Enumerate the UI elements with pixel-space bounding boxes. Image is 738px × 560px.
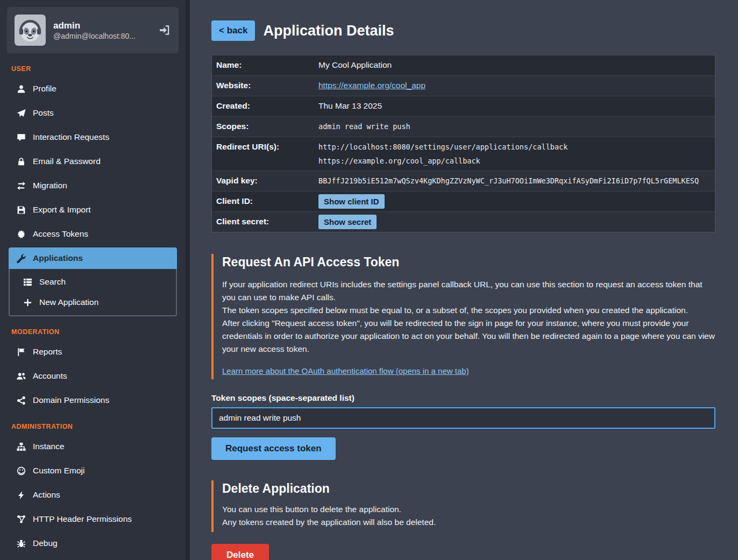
- row-label: Client ID:: [212, 192, 314, 211]
- row-label: Website:: [212, 76, 314, 96]
- table-row-name: Name: My Cool Application: [212, 55, 715, 76]
- sidebar-item-debug[interactable]: Debug: [9, 533, 177, 554]
- main-panel: < back Application Details Name: My Cool…: [186, 0, 738, 560]
- sidebar-item-label: Accounts: [33, 371, 67, 381]
- back-button[interactable]: < back: [211, 20, 255, 41]
- section-label-administration: ADMINISTRATION: [11, 423, 186, 430]
- certificate-icon: [16, 230, 26, 239]
- table-row-scopes: Scopes: admin read write push: [212, 117, 715, 137]
- sidebar-item-posts[interactable]: Posts: [9, 102, 177, 124]
- sidebar-item-custom-emoji[interactable]: Custom Emoji: [9, 460, 177, 481]
- application-details-table: Name: My Cool Application Website: https…: [211, 55, 715, 232]
- sidebar-item-access-tokens[interactable]: Access Tokens: [9, 223, 177, 245]
- sign-out-icon[interactable]: [159, 25, 170, 36]
- application-name: My Cool Application: [314, 55, 715, 75]
- share-nodes-icon: [16, 396, 26, 405]
- sidebar-item-label: Posts: [33, 108, 54, 118]
- row-label: Scopes:: [212, 117, 314, 137]
- row-label: Created:: [212, 96, 314, 116]
- delete-section-paragraph: Any tokens created by the application wi…: [222, 516, 715, 529]
- sidebar-item-interaction-requests[interactable]: Interaction Requests: [9, 126, 177, 148]
- request-access-token-button[interactable]: Request access token: [211, 437, 336, 460]
- sidebar-item-export-import[interactable]: Export & Import: [9, 199, 177, 221]
- table-row-redirect-uris: Redirect URI(s): http://localhost:8080/s…: [212, 137, 715, 172]
- sidebar-item-label: Migration: [33, 181, 67, 190]
- row-label: Client secret:: [212, 212, 314, 232]
- table-row-created: Created: Thu Mar 13 2025: [212, 96, 715, 117]
- nodes-icon: [16, 515, 26, 524]
- section-label-moderation: MODERATION: [11, 328, 186, 336]
- delete-section-heading: Delete Application: [222, 481, 715, 496]
- table-row-website: Website: https://example.org/cool_app: [212, 76, 715, 96]
- sidebar-item-migration[interactable]: Migration: [9, 175, 177, 196]
- lock-icon: [16, 157, 26, 166]
- sidebar-item-reports[interactable]: Reports: [9, 341, 177, 363]
- sidebar-item-label: Reports: [33, 347, 62, 357]
- row-label: Name:: [212, 55, 314, 75]
- scopes-value: admin read write push: [314, 117, 715, 136]
- sidebar-item-email-password[interactable]: Email & Password: [9, 151, 177, 172]
- list-icon: [23, 278, 32, 287]
- wrench-icon: [16, 254, 26, 263]
- sidebar-item-label: New Application: [39, 297, 98, 307]
- applications-group: Applications Search New Application: [9, 247, 177, 316]
- bolt-icon: [16, 491, 26, 500]
- delete-button[interactable]: Delete: [211, 544, 269, 560]
- smiley-icon: [16, 466, 26, 476]
- user-info: admin @admin@localhost:80...: [53, 20, 152, 41]
- sidebar-item-actions[interactable]: Actions: [9, 484, 177, 506]
- sidebar-item-instance[interactable]: Instance: [9, 436, 177, 457]
- sidebar-item-label: Email & Password: [33, 157, 101, 166]
- token-scopes-label: Token scopes (space-separated list): [211, 393, 715, 403]
- website-link[interactable]: https://example.org/cool_app: [318, 81, 425, 90]
- redirect-uris: http://localhost:8080/settings/user/appl…: [314, 137, 715, 171]
- sidebar-item-label: Actions: [33, 490, 60, 500]
- user-handle: @admin@localhost:80...: [53, 32, 144, 40]
- token-section-paragraph: After clicking "Request access token", y…: [222, 317, 715, 356]
- sidebar: admin @admin@localhost:80... USER Profil…: [0, 0, 186, 560]
- row-label: Vapid key:: [212, 171, 314, 191]
- token-section-paragraph: The token scopes specified below must be…: [222, 304, 715, 317]
- sidebar-item-domain-permissions[interactable]: Domain Permissions: [9, 389, 177, 411]
- sidebar-item-label: Instance: [33, 442, 65, 451]
- avatar: [15, 15, 46, 46]
- sidebar-item-label: Domain Permissions: [33, 395, 109, 405]
- token-request-section: Request An API Access Token If your appl…: [211, 254, 715, 379]
- oauth-docs-link[interactable]: Learn more about the OAuth authenticatio…: [222, 366, 469, 375]
- sidebar-item-label: Export & Import: [33, 205, 91, 215]
- show-client-id-button[interactable]: Show client ID: [318, 194, 385, 209]
- bug-icon: [16, 539, 26, 548]
- sidebar-item-label: Profile: [33, 84, 56, 94]
- sidebar-item-profile[interactable]: Profile: [9, 78, 177, 100]
- flag-icon: [16, 348, 26, 357]
- page-title: Application Details: [263, 23, 394, 39]
- row-label: Redirect URI(s):: [212, 137, 314, 157]
- sidebar-item-applications[interactable]: Applications: [9, 247, 177, 269]
- sidebar-item-http-header-permissions[interactable]: HTTP Header Permissions: [9, 508, 177, 530]
- sidebar-item-label: Debug: [33, 538, 58, 548]
- plus-icon: [23, 298, 32, 307]
- paper-plane-icon: [16, 109, 26, 118]
- table-row-vapid-key: Vapid key: BBJffJ219b5iE512m7wQSzv4KgKDh…: [212, 171, 715, 192]
- sidebar-item-label: Interaction Requests: [33, 132, 109, 142]
- delete-section-paragraph: You can use this button to delete the ap…: [222, 503, 715, 516]
- token-scopes-input[interactable]: [211, 407, 715, 429]
- table-row-client-secret: Client secret: Show secret: [212, 212, 715, 232]
- sidebar-item-label: HTTP Header Permissions: [33, 514, 132, 524]
- exchange-icon: [16, 181, 26, 190]
- sitemap-icon: [16, 442, 26, 451]
- table-row-client-id: Client ID: Show client ID: [212, 192, 715, 212]
- sidebar-item-search[interactable]: Search: [10, 272, 176, 292]
- user-icon: [16, 84, 26, 94]
- section-label-user: USER: [11, 65, 186, 73]
- user-card: admin @admin@localhost:80...: [7, 7, 179, 53]
- applications-submenu: Search New Application: [9, 269, 177, 316]
- sidebar-item-label: Custom Emoji: [33, 466, 84, 476]
- sidebar-item-accounts[interactable]: Accounts: [9, 365, 177, 387]
- show-secret-button[interactable]: Show secret: [318, 215, 377, 229]
- sidebar-item-label: Applications: [33, 253, 83, 263]
- sidebar-item-label: Access Tokens: [33, 229, 88, 239]
- sidebar-item-new-application[interactable]: New Application: [10, 292, 176, 313]
- created-date: Thu Mar 13 2025: [314, 96, 715, 116]
- sidebar-item-label: Search: [39, 277, 66, 287]
